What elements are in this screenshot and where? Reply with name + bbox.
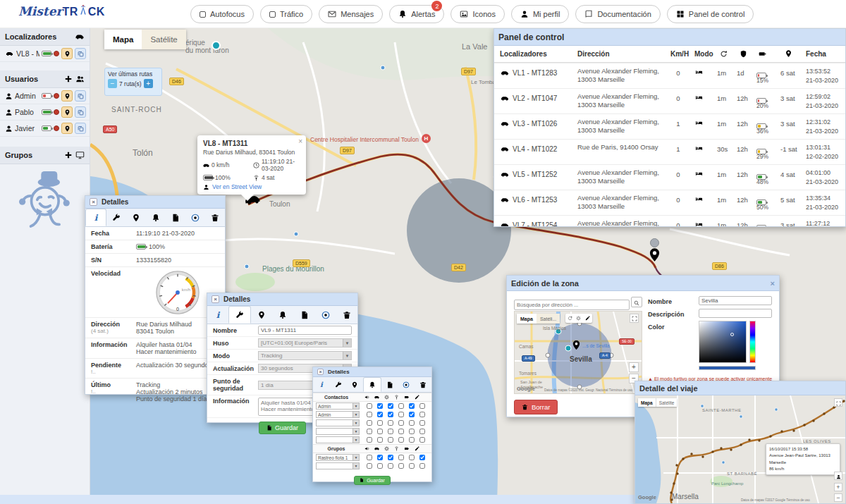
contact-select[interactable]: Admin▼ <box>316 402 360 410</box>
tab-alerts[interactable] <box>146 209 166 226</box>
close-icon[interactable]: × <box>317 369 324 375</box>
duplicate-button[interactable] <box>75 90 86 102</box>
add-user-icon[interactable] <box>64 75 73 83</box>
users-icon[interactable] <box>75 75 85 83</box>
alert-checkbox[interactable] <box>388 455 393 460</box>
nav-trafico-button[interactable]: Tráfico <box>260 5 312 23</box>
alert-checkbox[interactable] <box>398 437 404 443</box>
alert-checkbox[interactable] <box>398 403 404 409</box>
undo-icon[interactable] <box>568 316 572 321</box>
sidebar-item-user-javier[interactable]: Javier <box>0 121 90 137</box>
gear-icon[interactable] <box>576 316 581 321</box>
table-row[interactable]: VL7 - MT1254Avenue Alexander Fleming, 13… <box>494 215 846 227</box>
alert-checkbox[interactable] <box>409 412 415 417</box>
tab-info[interactable]: i <box>207 306 228 324</box>
alert-checkbox[interactable] <box>388 437 393 443</box>
contact-select[interactable]: ▼ <box>316 436 360 443</box>
tab-location[interactable] <box>251 306 272 324</box>
alert-checkbox[interactable] <box>409 463 415 469</box>
zone-search-button[interactable] <box>631 297 642 307</box>
save-button[interactable]: Guardar <box>259 422 306 434</box>
hospital-icon[interactable]: H <box>422 134 431 143</box>
zone-tab-mapa[interactable]: Mapa <box>517 314 537 324</box>
alert-checkbox[interactable] <box>398 412 404 417</box>
alert-checkbox[interactable] <box>367 437 372 443</box>
destination-pin-marker[interactable] <box>647 238 662 262</box>
alert-checkbox[interactable] <box>419 403 425 409</box>
table-row[interactable]: VL3 - MT1026Avenue Alexander Fleming, 13… <box>494 113 846 139</box>
monitor-icon[interactable] <box>75 151 85 159</box>
alert-checkbox[interactable] <box>419 437 425 443</box>
alert-checkbox[interactable] <box>409 429 415 434</box>
tab-alerts[interactable] <box>272 306 293 324</box>
contact-select[interactable]: ▼ <box>316 428 360 435</box>
nav-mensajes-button[interactable]: Mensajes <box>319 5 383 23</box>
alert-checkbox[interactable] <box>388 403 393 409</box>
alert-checkbox[interactable] <box>367 429 372 434</box>
table-row[interactable]: VL1 - MT1283Avenue Alexander Fleming, 13… <box>494 63 846 88</box>
color-saturation-square[interactable] <box>699 321 747 363</box>
tab-settings[interactable] <box>330 377 347 392</box>
alert-checkbox[interactable] <box>377 455 383 460</box>
pegman-button[interactable] <box>834 472 842 480</box>
tab-info[interactable]: i <box>313 377 330 392</box>
alert-checkbox[interactable] <box>377 412 383 417</box>
alert-checkbox[interactable] <box>398 429 404 434</box>
alert-checkbox[interactable] <box>388 429 393 434</box>
nav-iconos-button[interactable]: Iconos <box>450 5 504 23</box>
shape-icon[interactable] <box>585 316 590 321</box>
alert-checkbox[interactable] <box>377 463 383 469</box>
alert-checkbox[interactable] <box>367 412 372 417</box>
duplicate-button[interactable] <box>75 106 86 118</box>
duplicate-button[interactable] <box>75 48 86 59</box>
nav-panel-de-control-button[interactable]: Panel de control <box>667 5 754 23</box>
tab-zones[interactable] <box>398 377 415 392</box>
tab-location[interactable] <box>346 377 363 392</box>
alert-checkbox[interactable] <box>398 455 404 460</box>
tab-alerts[interactable] <box>363 377 381 392</box>
poi-teleferique-icon[interactable] <box>212 41 221 50</box>
routes-minus-button[interactable]: − <box>108 79 117 88</box>
mistertrack-logo[interactable]: Mister TR CK <box>18 4 105 18</box>
tab-info[interactable]: i <box>85 209 106 226</box>
zone-fullscreen-button[interactable] <box>630 314 639 323</box>
alert-checkbox[interactable] <box>388 412 393 417</box>
trip-zoom-out-button[interactable]: − <box>834 493 842 502</box>
zone-mini-map[interactable]: Isla Mágica Camas Tomares San Juan de Az… <box>514 311 642 394</box>
alert-checkbox[interactable] <box>377 437 383 443</box>
save-button[interactable]: Guardar <box>354 476 391 485</box>
alert-checkbox[interactable] <box>398 420 404 426</box>
alert-checkbox[interactable] <box>398 463 404 469</box>
alert-checkbox[interactable] <box>419 420 425 426</box>
alert-checkbox[interactable] <box>409 455 415 460</box>
table-row[interactable]: VL5 - MT1252Avenue Alexander Fleming, 13… <box>494 164 846 190</box>
zone-search-input[interactable] <box>514 300 630 310</box>
map-tab-satelite[interactable]: Satélite <box>142 30 185 49</box>
sidebar-item-user-pablo[interactable]: Pablo <box>0 104 90 121</box>
alert-checkbox[interactable] <box>409 437 415 443</box>
alert-checkbox[interactable] <box>419 455 425 460</box>
nav-mi-perfil-button[interactable]: Mi perfil <box>511 5 570 23</box>
tab-settings[interactable] <box>228 306 251 324</box>
alert-checkbox[interactable] <box>367 455 372 460</box>
alert-checkbox[interactable] <box>367 463 372 469</box>
trip-fullscreen-button[interactable] <box>834 398 842 407</box>
alert-checkbox[interactable] <box>377 403 383 409</box>
alert-checkbox[interactable] <box>388 420 393 426</box>
delete-zone-button[interactable]: Borrar <box>514 400 558 414</box>
huso-select[interactable]: [UTC+01:00] Europe/Paris▼ <box>258 338 352 348</box>
alert-checkbox[interactable] <box>409 403 415 409</box>
contact-select[interactable]: Admin▼ <box>316 411 360 418</box>
sidebar-item-tracker-vl8[interactable]: VL8 - MT1311 <box>0 46 90 62</box>
zone-nombre-input[interactable] <box>699 296 772 305</box>
map-tab-mapa[interactable]: Mapa <box>104 30 142 49</box>
alert-checkbox[interactable] <box>367 420 372 426</box>
alert-checkbox[interactable] <box>419 429 425 434</box>
duplicate-button[interactable] <box>75 123 86 134</box>
tab-delete[interactable] <box>336 306 357 324</box>
tab-delete[interactable] <box>205 209 225 226</box>
control-panel-header[interactable]: Panel de control <box>494 29 845 46</box>
table-row[interactable]: VL4 - MT1022Rue de Paris, 91400 Orsay130… <box>494 139 846 164</box>
tab-reports[interactable] <box>166 209 185 226</box>
tab-zones[interactable] <box>315 306 336 324</box>
